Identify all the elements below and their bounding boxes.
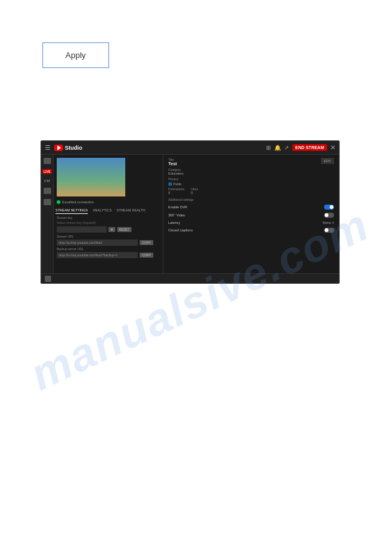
- stream-url-row: rtmp://a.rtmp.youtube.com/live2 COPY: [57, 240, 160, 246]
- 360-video-row: 360° Video: [168, 213, 334, 218]
- stream-url-copy-button[interactable]: COPY: [140, 240, 153, 245]
- stream-key-input-row: ··············· 👁 RESET: [57, 226, 160, 233]
- right-panel: Title Test EDIT Category Education Priva…: [163, 155, 339, 283]
- close-icon[interactable]: ✕: [330, 144, 335, 151]
- sidebar-icons: LIVE 0:48: [41, 155, 54, 283]
- 360-video-toggle[interactable]: [324, 213, 334, 218]
- stream-key-input[interactable]: ···············: [57, 226, 107, 233]
- latency-dropdown-arrow[interactable]: ▾: [332, 221, 334, 225]
- share-icon[interactable]: ↗: [284, 145, 289, 151]
- end-stream-button[interactable]: END STREAM: [292, 144, 327, 151]
- backup-url-label: Backup server URL: [57, 247, 160, 251]
- studio-label: Studio: [65, 145, 82, 151]
- backup-url-copy-button[interactable]: COPY: [140, 253, 153, 258]
- youtube-icon: [54, 145, 63, 151]
- video-preview: Excellent connection: [54, 155, 128, 207]
- enable-dvr-label: Enable DVR: [168, 205, 187, 209]
- studio-container: ☰ Studio ⊞ 🔔 ↗ END STREAM ✕ LIVE 0:48: [41, 140, 340, 284]
- video-thumb-bg: [57, 158, 125, 196]
- tab-stream-health[interactable]: STREAM HEALTH: [117, 207, 145, 214]
- stream-info: Title Test EDIT Category Education Priva…: [168, 158, 334, 195]
- reset-button[interactable]: RESET: [117, 227, 131, 232]
- apply-section: Apply: [42, 42, 109, 68]
- latency-value: None: [323, 221, 331, 225]
- closed-captions-label: Closed captions: [168, 228, 193, 232]
- closed-captions-row: Closed captions: [168, 228, 334, 233]
- latency-label: Latency: [168, 221, 180, 225]
- top-bar-left: ☰ Studio: [45, 144, 82, 151]
- privacy-value: Public: [173, 182, 182, 186]
- tabs-row: STREAM SETTINGS ANALYTICS STREAM HEALTH: [54, 207, 163, 214]
- connection-text: Excellent connection: [62, 200, 93, 204]
- likes-value: 0: [191, 191, 198, 195]
- eye-icon-btn[interactable]: 👁: [108, 227, 115, 232]
- connection-status: Excellent connection: [57, 200, 125, 204]
- green-dot-icon: [57, 200, 60, 204]
- stream-title: Test: [168, 162, 177, 166]
- live-badge: LIVE: [42, 169, 52, 174]
- yt-logo: Studio: [54, 145, 82, 151]
- apply-button[interactable]: Apply: [42, 42, 109, 68]
- top-bar: ☰ Studio ⊞ 🔔 ↗ END STREAM ✕: [41, 141, 339, 155]
- video-thumbnail: [57, 158, 125, 196]
- latency-row: Latency None ▾: [168, 221, 334, 225]
- select-stream-label: Select stream key (required): [57, 221, 160, 225]
- additional-settings: Additional settings Enable DVR 360° Vide…: [168, 198, 334, 233]
- privacy-item: 🌐 Public: [168, 182, 182, 186]
- privacy-label: Privacy: [168, 177, 334, 181]
- globe-icon: 🌐: [168, 182, 172, 186]
- sidebar-settings-icon[interactable]: [44, 199, 51, 205]
- grid-icon[interactable]: ⊞: [266, 145, 271, 151]
- enable-dvr-toggle[interactable]: [324, 205, 334, 210]
- stats-row: Participants 0 Likes 0: [168, 187, 334, 195]
- youtube-play-icon: [57, 145, 61, 150]
- top-bar-right: ⊞ 🔔 ↗ END STREAM ✕: [266, 144, 335, 151]
- latency-dropdown-wrapper: None ▾: [323, 221, 334, 225]
- sidebar-home-icon[interactable]: [44, 158, 51, 164]
- backup-url-value: rtmp://b.rtmp.youtube.com/live2?backup=1: [59, 253, 118, 257]
- backup-url-row: rtmp://b.rtmp.youtube.com/live2?backup=1…: [57, 252, 160, 258]
- participants-value: 0: [168, 191, 184, 195]
- main-content: LIVE 0:48 Excellent connection STREAM SE…: [41, 155, 339, 283]
- 360-video-label: 360° Video: [168, 213, 185, 217]
- stream-url-input[interactable]: rtmp://a.rtmp.youtube.com/live2: [57, 240, 138, 246]
- backup-url-input[interactable]: rtmp://b.rtmp.youtube.com/live2?backup=1: [57, 252, 138, 258]
- sidebar-analytics-icon[interactable]: [44, 188, 51, 194]
- category-value: Education: [168, 172, 334, 175]
- tab-stream-settings[interactable]: STREAM SETTINGS: [55, 207, 88, 214]
- stream-key-label: Stream key: [57, 216, 160, 220]
- stream-url-value: rtmp://a.rtmp.youtube.com/live2: [59, 241, 102, 245]
- bottom-bar: [41, 273, 339, 283]
- edit-button[interactable]: EDIT: [321, 158, 334, 164]
- tab-analytics[interactable]: ANALYTICS: [93, 207, 112, 214]
- enable-dvr-row: Enable DVR: [168, 205, 334, 210]
- bottom-bar-icon[interactable]: [45, 276, 51, 282]
- stream-url-label: Stream URL: [57, 235, 160, 238]
- additional-settings-label: Additional settings: [168, 198, 334, 201]
- privacy-row: 🌐 Public: [168, 182, 334, 186]
- closed-captions-toggle[interactable]: [324, 228, 334, 233]
- live-sub: 0:48: [44, 179, 50, 183]
- bell-icon[interactable]: 🔔: [274, 145, 281, 151]
- hamburger-icon[interactable]: ☰: [45, 144, 50, 151]
- participants-label: Participants: [168, 187, 184, 191]
- left-content: Excellent connection STREAM SETTINGS ANA…: [54, 155, 163, 283]
